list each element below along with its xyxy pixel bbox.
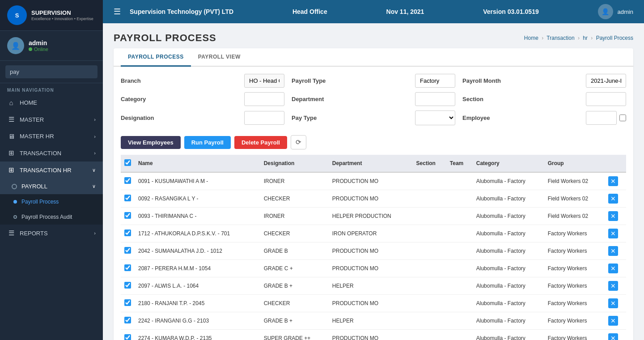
row-checkbox[interactable] [124, 177, 131, 184]
main-card: PAYROLL PROCESS PAYROLL VIEW Branch Payr… [114, 48, 633, 340]
chevron-right-icon-hr: › [94, 134, 96, 139]
row-checkbox[interactable] [124, 195, 131, 201]
row-category: Alubomulla - Factory [473, 260, 544, 277]
breadcrumb-home[interactable]: Home [524, 35, 538, 41]
page-header: PAYROLL PROCESS Home › Transaction › hr … [114, 32, 633, 44]
col-name: Name [135, 155, 260, 172]
row-checkbox[interactable] [124, 264, 131, 271]
row-delete-button[interactable]: ✕ [608, 176, 618, 186]
col-action [605, 155, 626, 172]
row-category: Alubomulla - Factory [473, 208, 544, 225]
sidebar-item-home[interactable]: ⌂ HOME [0, 94, 103, 111]
row-department: PRODUCTION MO [329, 330, 413, 340]
row-team [446, 277, 473, 295]
row-name: 0091 - KUSUMAWATHI A M - [135, 172, 260, 190]
row-delete-button[interactable]: ✕ [608, 298, 618, 308]
col-section: Section [413, 155, 446, 172]
employee-input[interactable] [586, 111, 617, 125]
row-delete-button[interactable]: ✕ [608, 264, 618, 273]
row-checkbox[interactable] [124, 230, 131, 236]
chevron-right-icon-trans: › [94, 150, 96, 156]
sidebar-search-input[interactable] [5, 65, 97, 78]
sidebar-item-transaction[interactable]: ⊞ TRANSACTION › [0, 144, 103, 162]
tab-payroll-process[interactable]: PAYROLL PROCESS [121, 48, 191, 67]
refresh-button[interactable]: ⟳ [291, 135, 306, 149]
row-section [413, 330, 446, 340]
admin-avatar-icon: 👤 [598, 4, 613, 19]
row-name: 2180 - RANJANI T.P. - 2045 [135, 295, 260, 312]
hamburger-menu-icon[interactable]: ☰ [114, 7, 121, 17]
select-all-checkbox[interactable] [124, 159, 131, 166]
row-checkbox[interactable] [124, 247, 131, 254]
breadcrumb-sep1: › [542, 35, 543, 41]
sidebar-item-payroll-process-audit[interactable]: Payroll Process Audit [0, 209, 103, 225]
designation-input[interactable] [244, 111, 284, 125]
payroll-type-input[interactable] [415, 74, 455, 88]
row-checkbox[interactable] [124, 282, 131, 289]
pay-type-select[interactable] [415, 110, 455, 125]
table-row: 2087 - PERERA H.M.M - 1054 GRADE C + PRO… [121, 260, 626, 277]
app-tagline: Excellence • Innovation • Expertise [31, 17, 93, 21]
row-designation: GRADE B + [260, 277, 329, 295]
current-date: Nov 11, 2021 [386, 8, 424, 15]
row-checkbox-cell [121, 277, 135, 295]
row-delete-button[interactable]: ✕ [608, 316, 618, 326]
row-team [446, 295, 473, 312]
row-action-cell: ✕ [605, 225, 626, 242]
row-team [446, 208, 473, 225]
page-title: PAYROLL PROCESS [114, 32, 216, 44]
office-name: Head Office [292, 8, 327, 15]
branch-input[interactable] [244, 74, 284, 88]
row-checkbox[interactable] [124, 299, 131, 306]
category-input[interactable] [244, 92, 284, 106]
row-action-cell: ✕ [605, 260, 626, 277]
row-delete-button[interactable]: ✕ [608, 246, 618, 256]
sidebar-item-payroll-process[interactable]: Payroll Process [0, 194, 103, 209]
row-checkbox-cell [121, 242, 135, 260]
row-delete-button[interactable]: ✕ [608, 281, 618, 291]
breadcrumb-transaction[interactable]: Transaction [547, 35, 574, 41]
tab-payroll-view[interactable]: PAYROLL VIEW [191, 48, 248, 67]
row-category: Alubomulla - Factory [473, 242, 544, 260]
table-row: 2180 - RANJANI T.P. - 2045 CHECKER PRODU… [121, 295, 626, 312]
department-input[interactable] [415, 92, 455, 106]
row-checkbox[interactable] [124, 334, 131, 340]
view-employees-button[interactable]: View Employees [121, 136, 181, 149]
sidebar-item-transaction-hr[interactable]: ⊞ TRANSACTION HR ∨ [0, 162, 103, 178]
row-delete-button[interactable]: ✕ [608, 333, 618, 340]
transaction-icon: ⊞ [7, 149, 15, 157]
page-content: PAYROLL PROCESS Home › Transaction › hr … [103, 23, 644, 340]
table-row: 2097 - ALWIS L.A. - 1064 GRADE B + HELPE… [121, 277, 626, 295]
row-section [413, 190, 446, 208]
breadcrumb: Home › Transaction › hr › Payroll Proces… [524, 35, 633, 41]
row-group: Factory Workers [544, 260, 605, 277]
row-name: 0092 - RASANGIKA L Y - [135, 190, 260, 208]
row-checkbox-cell [121, 312, 135, 330]
payroll-month-input[interactable] [586, 74, 626, 88]
row-delete-button[interactable]: ✕ [608, 194, 618, 204]
row-delete-button[interactable]: ✕ [608, 211, 618, 221]
sidebar-item-payroll[interactable]: PAYROLL ∨ [0, 178, 103, 194]
run-payroll-button[interactable]: Run Payroll [184, 136, 231, 149]
row-group: Factory Workers [544, 295, 605, 312]
delete-payroll-button[interactable]: Delete Payroll [234, 136, 287, 149]
col-designation: Designation [260, 155, 329, 172]
row-department: HELPER [329, 312, 413, 330]
designation-label: Designation [121, 115, 237, 121]
username-label: admin [29, 39, 48, 47]
sidebar-item-master-hr[interactable]: 🖥 MASTER HR › [0, 128, 103, 144]
employee-checkbox[interactable] [619, 115, 626, 121]
row-checkbox[interactable] [124, 317, 131, 323]
breadcrumb-hr[interactable]: hr [583, 35, 588, 41]
employees-table: Name Designation Department Section Team… [121, 155, 626, 340]
admin-area: 👤 admin [598, 4, 633, 19]
sidebar-item-master[interactable]: ☰ MASTER › [0, 111, 103, 128]
employee-label: Employee [462, 115, 579, 121]
row-name: 1712 - ATHUKORALA D.P.S.K.V. - 701 [135, 225, 260, 242]
table-row: 2242 - IRANGANI G.G - 2103 GRADE B + HEL… [121, 312, 626, 330]
status-dot-icon [29, 47, 32, 51]
row-delete-button[interactable]: ✕ [608, 229, 618, 238]
row-checkbox[interactable] [124, 212, 131, 219]
sidebar-item-reports[interactable]: ☰ REPORTS › [0, 225, 103, 242]
section-input[interactable] [586, 92, 626, 106]
